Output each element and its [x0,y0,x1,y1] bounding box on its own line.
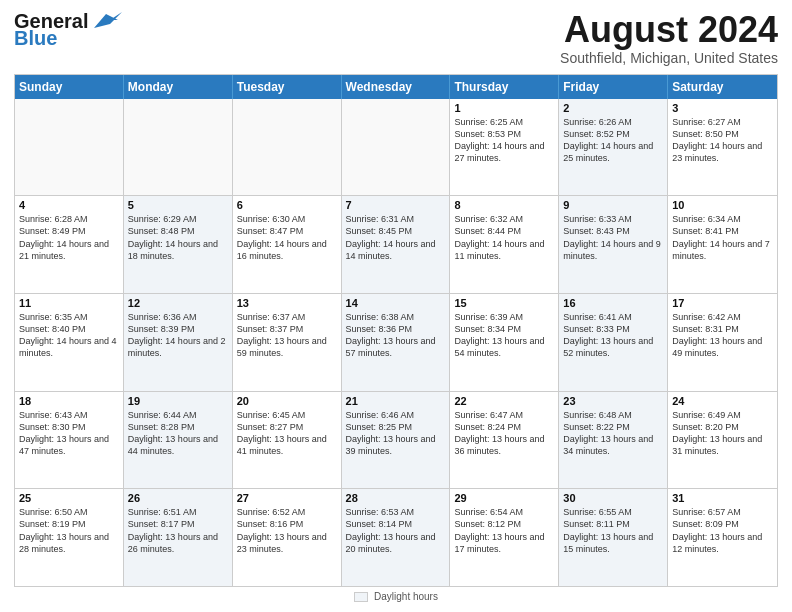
cal-week-3: 11Sunrise: 6:35 AM Sunset: 8:40 PM Dayli… [15,294,777,392]
cal-cell: 16Sunrise: 6:41 AM Sunset: 8:33 PM Dayli… [559,294,668,391]
cal-header-cell-tuesday: Tuesday [233,75,342,99]
cell-info: Sunrise: 6:25 AM Sunset: 8:53 PM Dayligh… [454,116,554,165]
cell-info: Sunrise: 6:39 AM Sunset: 8:34 PM Dayligh… [454,311,554,360]
cal-cell: 2Sunrise: 6:26 AM Sunset: 8:52 PM Daylig… [559,99,668,196]
day-number: 23 [563,395,663,407]
cell-info: Sunrise: 6:49 AM Sunset: 8:20 PM Dayligh… [672,409,773,458]
header: General Blue August 2024 Southfield, Mic… [14,10,778,66]
cell-info: Sunrise: 6:54 AM Sunset: 8:12 PM Dayligh… [454,506,554,555]
cal-cell: 12Sunrise: 6:36 AM Sunset: 8:39 PM Dayli… [124,294,233,391]
day-number: 25 [19,492,119,504]
cal-cell: 31Sunrise: 6:57 AM Sunset: 8:09 PM Dayli… [668,489,777,586]
cell-info: Sunrise: 6:51 AM Sunset: 8:17 PM Dayligh… [128,506,228,555]
cal-header-cell-friday: Friday [559,75,668,99]
day-number: 3 [672,102,773,114]
cal-cell: 28Sunrise: 6:53 AM Sunset: 8:14 PM Dayli… [342,489,451,586]
day-number: 12 [128,297,228,309]
cal-cell: 4Sunrise: 6:28 AM Sunset: 8:49 PM Daylig… [15,196,124,293]
calendar-header: SundayMondayTuesdayWednesdayThursdayFrid… [15,75,777,99]
day-number: 28 [346,492,446,504]
cell-info: Sunrise: 6:42 AM Sunset: 8:31 PM Dayligh… [672,311,773,360]
cal-cell: 17Sunrise: 6:42 AM Sunset: 8:31 PM Dayli… [668,294,777,391]
cal-cell: 10Sunrise: 6:34 AM Sunset: 8:41 PM Dayli… [668,196,777,293]
cal-header-cell-wednesday: Wednesday [342,75,451,99]
page: General Blue August 2024 Southfield, Mic… [0,0,792,612]
cal-cell: 6Sunrise: 6:30 AM Sunset: 8:47 PM Daylig… [233,196,342,293]
cell-info: Sunrise: 6:46 AM Sunset: 8:25 PM Dayligh… [346,409,446,458]
day-number: 8 [454,199,554,211]
cal-cell [233,99,342,196]
day-number: 19 [128,395,228,407]
logo-blue: Blue [14,28,57,48]
day-number: 22 [454,395,554,407]
day-number: 11 [19,297,119,309]
cal-cell: 20Sunrise: 6:45 AM Sunset: 8:27 PM Dayli… [233,392,342,489]
cell-info: Sunrise: 6:50 AM Sunset: 8:19 PM Dayligh… [19,506,119,555]
cal-cell: 29Sunrise: 6:54 AM Sunset: 8:12 PM Dayli… [450,489,559,586]
cell-info: Sunrise: 6:41 AM Sunset: 8:33 PM Dayligh… [563,311,663,360]
cal-cell: 1Sunrise: 6:25 AM Sunset: 8:53 PM Daylig… [450,99,559,196]
logo-bird-icon [90,10,122,32]
cal-cell: 14Sunrise: 6:38 AM Sunset: 8:36 PM Dayli… [342,294,451,391]
day-number: 10 [672,199,773,211]
logo: General Blue [14,10,122,48]
cal-header-cell-saturday: Saturday [668,75,777,99]
cal-week-1: 1Sunrise: 6:25 AM Sunset: 8:53 PM Daylig… [15,99,777,197]
day-number: 6 [237,199,337,211]
day-number: 17 [672,297,773,309]
cell-info: Sunrise: 6:36 AM Sunset: 8:39 PM Dayligh… [128,311,228,360]
subtitle: Southfield, Michigan, United States [560,50,778,66]
cal-cell [15,99,124,196]
cell-info: Sunrise: 6:30 AM Sunset: 8:47 PM Dayligh… [237,213,337,262]
cal-cell: 13Sunrise: 6:37 AM Sunset: 8:37 PM Dayli… [233,294,342,391]
cell-info: Sunrise: 6:57 AM Sunset: 8:09 PM Dayligh… [672,506,773,555]
cell-info: Sunrise: 6:44 AM Sunset: 8:28 PM Dayligh… [128,409,228,458]
cell-info: Sunrise: 6:29 AM Sunset: 8:48 PM Dayligh… [128,213,228,262]
cal-cell: 27Sunrise: 6:52 AM Sunset: 8:16 PM Dayli… [233,489,342,586]
cell-info: Sunrise: 6:35 AM Sunset: 8:40 PM Dayligh… [19,311,119,360]
day-number: 14 [346,297,446,309]
cal-cell: 5Sunrise: 6:29 AM Sunset: 8:48 PM Daylig… [124,196,233,293]
day-number: 9 [563,199,663,211]
cal-header-cell-sunday: Sunday [15,75,124,99]
cell-info: Sunrise: 6:47 AM Sunset: 8:24 PM Dayligh… [454,409,554,458]
day-number: 5 [128,199,228,211]
cal-cell: 22Sunrise: 6:47 AM Sunset: 8:24 PM Dayli… [450,392,559,489]
cal-cell: 8Sunrise: 6:32 AM Sunset: 8:44 PM Daylig… [450,196,559,293]
cell-info: Sunrise: 6:37 AM Sunset: 8:37 PM Dayligh… [237,311,337,360]
cell-info: Sunrise: 6:52 AM Sunset: 8:16 PM Dayligh… [237,506,337,555]
day-number: 7 [346,199,446,211]
day-number: 29 [454,492,554,504]
cell-info: Sunrise: 6:38 AM Sunset: 8:36 PM Dayligh… [346,311,446,360]
cell-info: Sunrise: 6:27 AM Sunset: 8:50 PM Dayligh… [672,116,773,165]
cal-cell: 3Sunrise: 6:27 AM Sunset: 8:50 PM Daylig… [668,99,777,196]
title-area: August 2024 Southfield, Michigan, United… [560,10,778,66]
day-number: 21 [346,395,446,407]
cal-cell: 24Sunrise: 6:49 AM Sunset: 8:20 PM Dayli… [668,392,777,489]
cal-week-5: 25Sunrise: 6:50 AM Sunset: 8:19 PM Dayli… [15,489,777,586]
day-number: 31 [672,492,773,504]
footer: Daylight hours [14,587,778,602]
main-title: August 2024 [560,10,778,50]
cal-cell: 19Sunrise: 6:44 AM Sunset: 8:28 PM Dayli… [124,392,233,489]
cal-cell [342,99,451,196]
cell-info: Sunrise: 6:48 AM Sunset: 8:22 PM Dayligh… [563,409,663,458]
day-number: 26 [128,492,228,504]
day-number: 27 [237,492,337,504]
day-number: 15 [454,297,554,309]
cal-cell: 30Sunrise: 6:55 AM Sunset: 8:11 PM Dayli… [559,489,668,586]
day-number: 24 [672,395,773,407]
cal-header-cell-monday: Monday [124,75,233,99]
day-number: 18 [19,395,119,407]
cal-week-2: 4Sunrise: 6:28 AM Sunset: 8:49 PM Daylig… [15,196,777,294]
daylight-swatch [354,592,368,602]
cal-cell: 25Sunrise: 6:50 AM Sunset: 8:19 PM Dayli… [15,489,124,586]
footer-label: Daylight hours [374,591,438,602]
cell-info: Sunrise: 6:28 AM Sunset: 8:49 PM Dayligh… [19,213,119,262]
calendar: SundayMondayTuesdayWednesdayThursdayFrid… [14,74,778,587]
cell-info: Sunrise: 6:32 AM Sunset: 8:44 PM Dayligh… [454,213,554,262]
day-number: 1 [454,102,554,114]
cal-cell: 18Sunrise: 6:43 AM Sunset: 8:30 PM Dayli… [15,392,124,489]
cell-info: Sunrise: 6:43 AM Sunset: 8:30 PM Dayligh… [19,409,119,458]
cell-info: Sunrise: 6:26 AM Sunset: 8:52 PM Dayligh… [563,116,663,165]
